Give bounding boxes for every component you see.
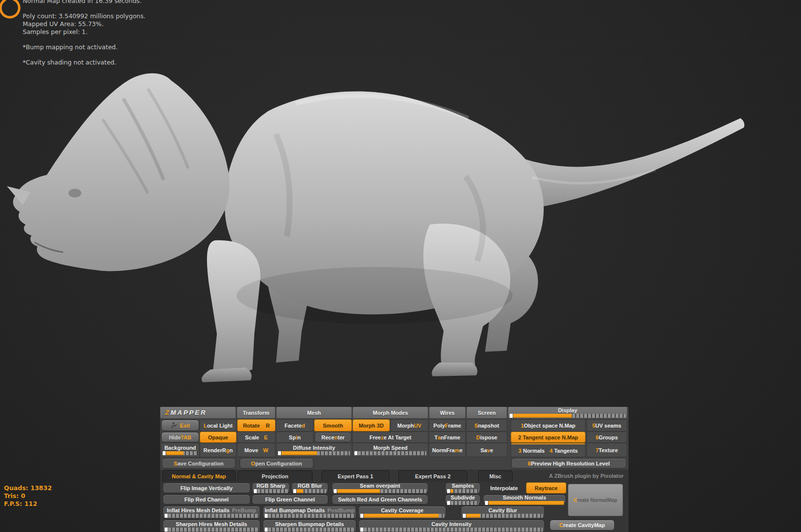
header-screen: Screen — [467, 407, 507, 418]
dinosaur-model — [0, 30, 759, 389]
header-transform: Transform — [237, 407, 275, 418]
rgb-sharp-slider[interactable] — [254, 489, 288, 493]
interpolate-label: Interpolate — [483, 483, 525, 493]
cavity-intensity-slider[interactable] — [360, 528, 543, 532]
scale-button[interactable]: ScaleE — [238, 432, 275, 442]
sharpen-hires-slider-cell[interactable]: Sharpen Hires Mesh Details — [163, 520, 260, 532]
dispose-button[interactable]: Dispose — [467, 432, 507, 442]
fps-count: F.P.S: 112 — [4, 500, 52, 508]
zbrush-ring-icon — [0, 0, 23, 23]
normals-button[interactable]: 3 Normals — [519, 448, 545, 454]
switch-red-green-button[interactable]: Switch Red And Green Channels — [332, 495, 428, 504]
morph-speed-slider-cell[interactable]: Morph Speed — [353, 443, 428, 457]
header-display: Display — [508, 407, 627, 418]
open-configuration-button[interactable]: Open Configuration — [240, 458, 313, 468]
opaque-button[interactable]: Opaque — [200, 432, 236, 442]
exit-button[interactable]: Exit — [161, 420, 199, 431]
tab-projection[interactable]: Projection — [238, 470, 313, 482]
background-slider-cell[interactable]: Background — [161, 443, 199, 457]
header-wires: Wires — [429, 407, 465, 418]
diffuse-intensity-slider[interactable] — [278, 451, 350, 455]
create-cavitymap-button[interactable]: Create CavityMap — [550, 520, 615, 531]
groups-button[interactable]: 6 Groups — [587, 432, 627, 442]
move-button[interactable]: MoveW — [238, 443, 275, 457]
rgb-sharp-slider-cell[interactable]: RGB Sharp — [252, 483, 290, 493]
smooth-normals-slider-cell[interactable]: Smooth Normals — [483, 495, 566, 504]
cavity-coverage-slider[interactable] — [360, 514, 444, 518]
zbrush-viewport[interactable]: Normal Map created in 16.39 seconds. Pol… — [0, 0, 801, 532]
plugin-credit: A ZBrush plugin by Pixolator — [525, 471, 624, 481]
inflat-bumpmap-slider-cell[interactable]: Inflat Bumpmap DetailsPostBump — [263, 506, 356, 519]
samples-slider-cell[interactable]: Samples — [445, 483, 481, 493]
inflat-hires-slider-cell[interactable]: Inflat Hires Mesh DetailsPreBump — [163, 506, 260, 519]
header-morph-modes: Morph Modes — [353, 407, 428, 418]
object-space-nmap-button[interactable]: 1 Object space N.Map — [511, 420, 585, 431]
tab-normal-cavity-map[interactable]: Normal & Cavity Map — [162, 470, 236, 482]
status-line: Mapped UV Area: 55.73%. — [23, 20, 145, 28]
inflat-hires-slider[interactable] — [165, 514, 258, 518]
freeze-at-target-button[interactable]: Freeze At Target — [353, 432, 428, 442]
cavity-coverage-slider-cell[interactable]: Cavity Coverage — [358, 506, 446, 519]
render-rgn-button[interactable]: RenderRgn — [200, 443, 236, 457]
status-line: Normal Map created in 16.39 seconds. — [23, 0, 145, 5]
hide-button[interactable]: Hide TAB — [161, 432, 199, 442]
tris-count: Tris: 0 — [4, 492, 52, 500]
diffuse-intensity-slider-cell[interactable]: Diffuse Intensity — [277, 443, 351, 457]
preview-high-res-button[interactable]: 8 Preview High Resolution Level — [511, 458, 627, 468]
slider-knob[interactable] — [510, 414, 513, 418]
smooth-button[interactable]: Smooth — [314, 420, 351, 431]
sharpen-bumpmap-slider-cell[interactable]: Sharpen Bumpmap Details — [263, 520, 356, 532]
morph-speed-slider[interactable] — [354, 451, 426, 455]
rotate-button[interactable]: RotateR — [238, 420, 275, 431]
save-configuration-button[interactable]: Save Configuration — [162, 458, 236, 468]
smooth-normals-slider[interactable] — [485, 501, 564, 505]
sharpen-bumpmap-slider[interactable] — [265, 528, 354, 532]
seam-overpaint-slider[interactable] — [334, 489, 426, 493]
subdivde-slider-cell[interactable]: Subdivde — [445, 495, 481, 504]
recenter-button[interactable]: Recenter — [314, 432, 351, 442]
tab-expert-pass-1[interactable]: Expert Pass 1 — [321, 470, 389, 482]
snapshot-button[interactable]: Snapshot — [467, 420, 507, 431]
tangents-button[interactable]: 4 Tangents — [550, 448, 578, 454]
uv-seams-button[interactable]: 5 UV seams — [587, 420, 627, 431]
tanframe-button[interactable]: TanFrame — [429, 432, 465, 442]
seam-overpaint-slider-cell[interactable]: Seam overpaint — [332, 483, 428, 493]
morph-uv-button[interactable]: Morph UV — [391, 420, 428, 431]
zmapper-panel: ZMAPPER Transform Mesh Morph Modes Wires… — [160, 407, 628, 532]
quads-count: Quads: 13832 — [4, 484, 52, 492]
spin-button[interactable]: Spin — [277, 432, 313, 442]
texture-button[interactable]: 7 Texture — [587, 443, 627, 457]
polyframe-button[interactable]: PolyFrame — [429, 420, 465, 431]
inflat-bumpmap-slider[interactable] — [265, 514, 354, 518]
tab-misc[interactable]: Misc — [478, 470, 513, 482]
exit-person-icon — [171, 422, 177, 429]
save-button[interactable]: Save — [467, 443, 507, 457]
display-slider[interactable] — [510, 414, 626, 418]
faceted-button[interactable]: Faceted — [277, 420, 313, 431]
zmapper-title: ZMAPPER — [160, 407, 236, 418]
morph-3d-button[interactable]: Morph 3D — [353, 420, 389, 431]
flip-image-vertically-button[interactable]: Flip Image Vertically — [163, 483, 250, 493]
rgb-blur-slider[interactable] — [293, 489, 326, 493]
tangent-space-nmap-button[interactable]: 2 Tangent space N.Map — [511, 432, 585, 442]
raytrace-button[interactable]: Raytrace — [526, 483, 566, 493]
tab-expert-pass-2[interactable]: Expert Pass 2 — [398, 470, 467, 482]
samples-slider[interactable] — [447, 489, 479, 493]
mesh-stats: Quads: 13832 Tris: 0 F.P.S: 112 — [4, 484, 52, 508]
flip-red-channel-button[interactable]: Flip Red Channel — [163, 495, 250, 504]
subdivde-slider[interactable] — [447, 501, 479, 505]
normframe-button[interactable]: NormFrame — [429, 443, 465, 457]
header-mesh: Mesh — [277, 407, 351, 418]
status-line: Poly count: 3.540992 millions polygons. — [23, 12, 145, 20]
flip-green-channel-button[interactable]: Flip Green Channel — [252, 495, 328, 504]
cavity-intensity-slider-cell[interactable]: Cavity Intensity — [358, 520, 545, 532]
background-slider[interactable] — [163, 451, 198, 455]
normals-tangents-buttons[interactable]: 3 Normals 4 Tangents — [511, 443, 585, 457]
sharpen-hires-slider[interactable] — [165, 528, 258, 532]
cavity-blur-slider-cell[interactable]: Cavity Blur — [461, 506, 545, 519]
local-light-button[interactable]: Local Light — [200, 420, 236, 431]
cavity-blur-slider[interactable] — [463, 514, 543, 518]
create-normalmap-button[interactable]: Create NormalMap — [568, 484, 623, 516]
rgb-blur-slider-cell[interactable]: RGB Blur — [291, 483, 328, 493]
